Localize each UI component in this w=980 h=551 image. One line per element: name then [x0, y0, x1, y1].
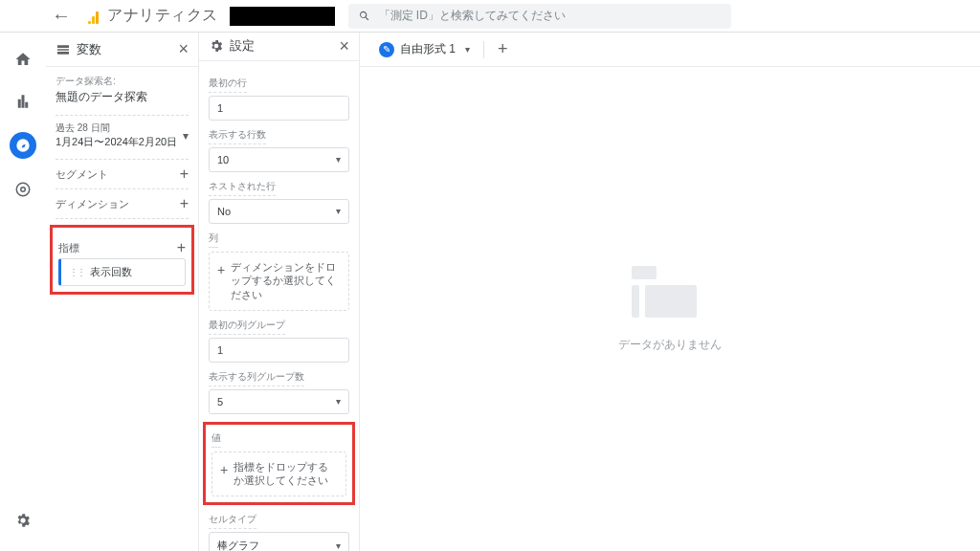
chevron-down-icon: ▾ — [336, 540, 341, 551]
first-col-group-input[interactable]: 1 — [209, 338, 349, 363]
values-highlight-box: 値 +指標をドロップするか選択してください — [203, 422, 355, 505]
add-segment-button[interactable]: + — [180, 165, 189, 183]
search-placeholder: 「測定 ID」と検索してみてください — [379, 8, 566, 24]
first-col-group-label: 最初の列グループ — [209, 319, 285, 335]
nav-reports-icon[interactable] — [11, 90, 34, 113]
dimensions-label: ディメンション — [56, 197, 129, 211]
nested-rows-label: ネストされた行 — [209, 180, 276, 196]
col-group-count-label: 表示する列グループ数 — [209, 370, 304, 386]
first-row-input[interactable]: 1 — [209, 96, 349, 121]
columns-dropzone[interactable]: +ディメンションをドロップするか選択してください — [209, 252, 349, 311]
values-dropzone[interactable]: +指標をドロップするか選択してください — [212, 452, 346, 496]
variables-icon — [56, 42, 71, 57]
search-icon — [358, 10, 371, 23]
add-dimension-button[interactable]: + — [180, 195, 189, 212]
chevron-down-icon: ▾ — [336, 206, 341, 216]
cell-type-label: セルタイプ — [209, 513, 256, 529]
metric-chip-label: 表示回数 — [90, 265, 132, 279]
segments-label: セグメント — [56, 167, 108, 182]
metric-chip[interactable]: ⋮⋮ 表示回数 — [58, 258, 186, 286]
tab-edit-icon: ✎ — [379, 42, 394, 57]
columns-label: 列 — [209, 231, 218, 248]
date-range-value: 1月24日〜2024年2月20日 — [56, 135, 177, 149]
nav-home-icon[interactable] — [11, 48, 34, 71]
row-count-label: 表示する行数 — [209, 128, 266, 144]
variables-title: 変数 — [77, 41, 101, 58]
settings-panel: 設定 × 最初の行 1 表示する行数 10▾ ネストされた行 No▾ 列 +ディ… — [199, 33, 360, 551]
main-area: 変数 × データ探索名: 無題のデータ探索 過去 28 日間 1月24日〜202… — [46, 33, 980, 551]
nav-admin-icon[interactable] — [11, 509, 34, 532]
settings-panel-header: 設定 × — [199, 33, 359, 61]
cell-type-select[interactable]: 棒グラフ▾ — [209, 532, 349, 551]
row-count-select[interactable]: 10▾ — [209, 147, 349, 172]
empty-state-icon — [632, 266, 708, 323]
variables-close-icon[interactable]: × — [178, 39, 189, 59]
app-name: アナリティクス — [107, 6, 218, 26]
plus-icon: + — [217, 261, 225, 280]
chevron-down-icon: ▾ — [336, 396, 341, 407]
svg-point-1 — [21, 187, 26, 192]
search-bar[interactable]: 「測定 ID」と検索してみてください — [348, 4, 731, 29]
add-tab-button[interactable]: + — [488, 39, 518, 59]
empty-state-message: データがありません — [618, 337, 722, 353]
col-group-count-select[interactable]: 5▾ — [209, 389, 349, 414]
nav-explore-icon[interactable] — [10, 132, 36, 159]
tab-freeform-1[interactable]: ✎ 自由形式 1 ▾ — [369, 41, 479, 57]
metrics-label: 指標 — [58, 241, 79, 255]
gear-icon — [209, 38, 224, 54]
tab-label: 自由形式 1 — [400, 41, 456, 57]
canvas-stage: データがありません — [360, 67, 980, 551]
chevron-down-icon: ▾ — [336, 154, 341, 165]
chevron-down-icon: ▾ — [183, 129, 189, 143]
nested-rows-select[interactable]: No▾ — [209, 199, 349, 224]
date-range-picker[interactable]: 過去 28 日間 1月24日〜2024年2月20日 ▾ — [56, 121, 189, 149]
svg-point-0 — [16, 183, 30, 196]
nav-advertising-icon[interactable] — [11, 178, 34, 201]
tab-bar: ✎ 自由形式 1 ▾ + — [360, 33, 980, 67]
first-row-label: 最初の行 — [209, 77, 247, 93]
segments-section: セグメント + — [56, 165, 189, 183]
add-metric-button[interactable]: + — [177, 239, 186, 256]
drag-handle-icon: ⋮⋮ — [69, 267, 84, 277]
dimensions-section: ディメンション + — [56, 195, 189, 212]
metrics-section: 指標 + — [58, 239, 186, 256]
app-header: ← アナリティクス 「測定 ID」と検索してみてください — [0, 0, 980, 33]
variables-panel: 変数 × データ探索名: 無題のデータ探索 過去 28 日間 1月24日〜202… — [46, 33, 199, 551]
property-selector-redacted[interactable] — [230, 7, 335, 26]
metrics-highlight-box: 指標 + ⋮⋮ 表示回数 — [50, 225, 194, 295]
variables-panel-header: 変数 × — [46, 33, 198, 67]
date-range-label: 過去 28 日間 — [56, 121, 177, 135]
explore-name[interactable]: 無題のデータ探索 — [56, 89, 189, 105]
tab-divider — [483, 41, 484, 58]
app-logo: アナリティクス — [86, 6, 218, 26]
settings-close-icon[interactable]: × — [339, 36, 349, 56]
settings-title: 設定 — [230, 37, 255, 55]
canvas-area: ✎ 自由形式 1 ▾ + データがありません — [360, 33, 980, 551]
values-label: 値 — [212, 431, 221, 448]
explore-name-label: データ探索名: — [56, 75, 189, 88]
chevron-down-icon[interactable]: ▾ — [465, 44, 470, 55]
plus-icon: + — [220, 461, 228, 480]
back-arrow-icon[interactable]: ← — [52, 5, 71, 27]
nav-rail — [0, 33, 46, 551]
ga-logo-icon — [86, 9, 101, 24]
